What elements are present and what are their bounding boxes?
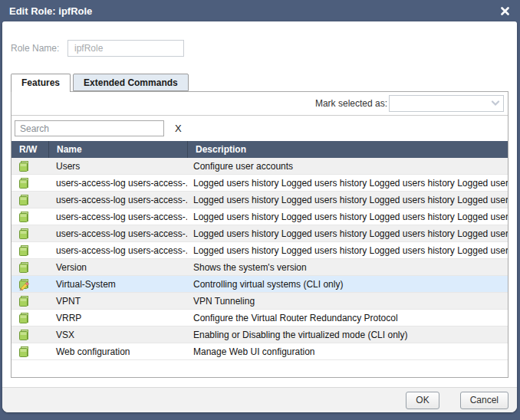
cancel-button[interactable]: Cancel [460,392,508,409]
row-description: VPN Tunneling [187,296,508,307]
mark-selected-label: Mark selected as: [315,98,387,109]
table-body: UsersConfigure user accounts users-acces… [12,158,508,377]
table-row[interactable]: VPNTVPN Tunneling [12,293,508,310]
row-name: users-access-log users-access-... [48,245,187,256]
read-icon [18,329,30,341]
search-row: X [12,116,508,141]
clear-search-button[interactable]: X [175,123,182,134]
read-write-icon [18,278,30,290]
row-rw-cell [12,211,48,223]
row-rw-cell [12,177,48,189]
tab-extended-commands[interactable]: Extended Commands [73,74,189,91]
read-icon [18,194,30,206]
row-rw-cell [12,228,48,240]
row-rw-cell [12,160,48,172]
row-description: Logged users history Logged users histor… [187,195,508,205]
table-row[interactable]: VRRPConfigure the Virtual Router Redunda… [12,310,508,326]
tab-features[interactable]: Features [11,74,71,92]
table-row[interactable]: users-access-log users-access-...Logged … [12,208,508,225]
row-description: Logged users history Logged users histor… [187,245,508,256]
row-rw-cell [12,312,48,324]
row-rw-cell [12,278,48,290]
row-rw-cell [12,194,48,206]
chevron-down-icon [491,100,500,107]
row-description: Configure user accounts [187,161,508,172]
row-name: VSX [48,330,187,340]
read-icon [18,177,30,189]
row-name: Version [48,262,187,273]
table-row[interactable]: Virtual-SystemControlling virtual system… [12,276,508,293]
row-description: Shows the system's version [187,262,508,273]
row-name: VRRP [48,313,187,323]
read-icon [18,295,30,307]
row-name: users-access-log users-access-... [48,178,187,189]
ok-button[interactable]: OK [406,392,439,409]
row-name: Virtual-System [48,279,187,290]
row-name: Users [48,161,187,172]
row-description: Logged users history Logged users histor… [187,178,508,189]
row-rw-cell [12,329,48,341]
read-icon [18,211,30,223]
column-header-rw[interactable]: R/W [12,141,48,158]
dialog-footer: OK Cancel [2,387,517,412]
role-name-label: Role Name: [11,43,67,54]
table-row[interactable]: VersionShows the system's version [12,259,508,276]
row-name: users-access-log users-access-... [48,195,187,205]
mark-selected-dropdown[interactable] [389,95,504,112]
table-row[interactable]: VSXEnabling or Disabling the virtualized… [12,326,508,343]
edit-role-dialog: Role Name: Features Extended Commands Ma… [2,21,517,412]
read-icon [18,261,30,274]
row-name: users-access-log users-access-... [48,212,187,222]
dialog-titlebar: Edit Role: ipfRole [0,0,520,21]
close-button[interactable] [499,5,511,17]
tab-bar: Features Extended Commands [11,74,508,91]
read-icon [18,312,30,324]
row-description: Enabling or Disabling the virtualized mo… [187,330,508,340]
table-row[interactable]: users-access-log users-access-...Logged … [12,175,508,192]
table-row[interactable]: users-access-log users-access-...Logged … [12,242,508,259]
read-icon [18,346,30,358]
table-row[interactable]: users-access-log users-access-...Logged … [12,225,508,242]
row-description: Manage Web UI configuration [187,346,508,357]
search-input[interactable] [15,120,164,136]
column-header-name[interactable]: Name [48,141,187,158]
row-name: users-access-log users-access-... [48,228,187,239]
panel-toolbar: Mark selected as: [12,92,508,116]
column-header-description[interactable]: Description [187,141,508,158]
read-icon [18,160,30,172]
close-icon [501,7,509,15]
row-rw-cell [12,261,48,274]
features-panel: Mark selected as: X R/W Name Description [11,91,508,378]
dialog-title: Edit Role: ipfRole [9,5,92,17]
table-header: R/W Name Description [12,141,508,158]
row-description: Logged users history Logged users histor… [187,228,508,239]
row-description: Configure the Virtual Router Redundancy … [187,313,508,323]
row-rw-cell [12,295,48,307]
read-icon [18,228,30,240]
row-name: Web configuration [48,346,187,357]
role-name-input[interactable] [67,40,184,57]
row-description: Controlling virtual systems (CLI only) [187,279,508,290]
table-row[interactable]: UsersConfigure user accounts [12,158,508,175]
row-name: VPNT [48,296,187,307]
table-row[interactable]: Web configurationManage Web UI configura… [12,343,508,360]
read-icon [18,244,30,257]
table-row[interactable]: users-access-log users-access-...Logged … [12,192,508,208]
row-rw-cell [12,346,48,358]
row-description: Logged users history Logged users histor… [187,212,508,222]
row-rw-cell [12,244,48,257]
